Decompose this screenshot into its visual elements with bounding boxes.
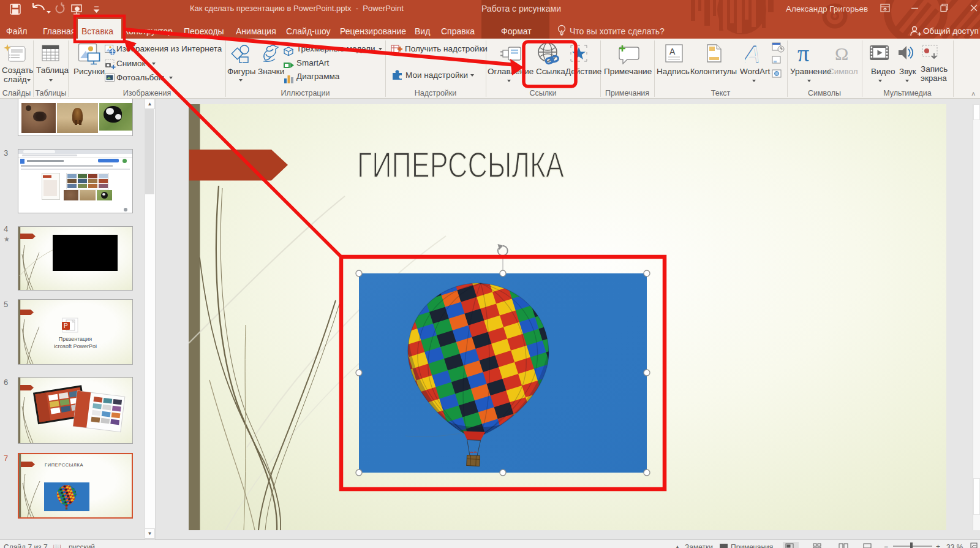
svg-text:A: A xyxy=(669,47,676,56)
svg-text:Ω: Ω xyxy=(835,44,848,63)
svg-text:A: A xyxy=(745,42,761,66)
svg-text:ГИПЕРССЫЛКА: ГИПЕРССЫЛКА xyxy=(357,145,564,185)
svg-text:π: π xyxy=(797,42,809,64)
svg-text:P: P xyxy=(64,322,68,329)
svg-text:ГИПЕРССЫЛКА: ГИПЕРССЫЛКА xyxy=(45,462,83,468)
